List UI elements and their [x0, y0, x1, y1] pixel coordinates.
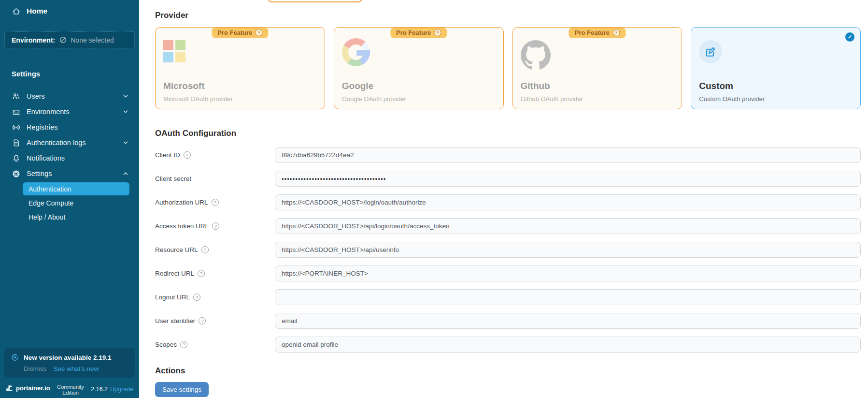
- brand-label: portainer.io: [16, 384, 50, 392]
- provider-description: Microsoft OAuth provider: [163, 95, 233, 103]
- sidebar-item-home[interactable]: Home: [0, 0, 139, 15]
- client-secret-input[interactable]: [275, 171, 861, 187]
- client-id-input[interactable]: [275, 147, 861, 163]
- environment-selector[interactable]: Environment: None selected: [4, 31, 135, 48]
- help-icon[interactable]: ?: [201, 246, 209, 253]
- environments-icon: [12, 107, 20, 116]
- sidebar-item-label: Notifications: [27, 154, 128, 162]
- provider-card-github[interactable]: Pro Feature ? Github Github OAuth provid…: [512, 27, 683, 109]
- provider-card-google[interactable]: Pro Feature ? Google Google OAuth provid…: [334, 27, 504, 109]
- provider-heading: Provider: [155, 11, 861, 20]
- field-label: Authorization URL: [155, 199, 208, 206]
- chevron-down-icon: [123, 109, 128, 115]
- field-label: Logout URL: [155, 294, 190, 301]
- access-token-url-input[interactable]: [275, 218, 861, 234]
- help-icon[interactable]: ?: [193, 294, 200, 301]
- provider-cards: Pro Feature ? Microsoft Microsoft OAuth …: [155, 27, 861, 109]
- help-icon[interactable]: ?: [212, 199, 219, 206]
- sidebar-subitem-label: Authentication: [28, 185, 71, 193]
- document-icon: [12, 138, 20, 147]
- portainer-logo-icon: [5, 383, 14, 392]
- update-banner: New version available 2.19.1 Dismiss See…: [4, 348, 135, 378]
- scopes-input[interactable]: [275, 337, 861, 353]
- help-icon[interactable]: ?: [198, 270, 205, 277]
- form-row-authorization-url: Authorization URL ?: [155, 194, 861, 210]
- form-row-client-secret: Client secret: [155, 171, 861, 187]
- sidebar-subitem-label: Edge Compute: [28, 199, 73, 207]
- sidebar-item-authentication-logs[interactable]: Authentication logs: [0, 135, 139, 150]
- field-label: User identifier: [155, 317, 195, 324]
- update-banner-title: New version available 2.19.1: [24, 354, 112, 361]
- provider-card-custom[interactable]: ✓ Custom Custom OAuth provider: [691, 27, 861, 109]
- user-identifier-input[interactable]: [275, 313, 861, 329]
- chevron-down-icon: [123, 140, 128, 146]
- form-row-user-identifier: User identifier ?: [155, 313, 861, 329]
- sidebar-item-label: Authentication logs: [27, 139, 116, 147]
- sidebar-item-label: Environments: [27, 108, 116, 116]
- sidebar-item-settings[interactable]: Settings: [0, 166, 139, 181]
- environment-label: Environment:: [12, 36, 55, 44]
- help-icon[interactable]: ?: [256, 29, 263, 36]
- sidebar-item-authentication[interactable]: Authentication: [23, 182, 129, 195]
- field-label: Resource URL: [155, 246, 198, 253]
- sidebar-item-help-about[interactable]: Help / About: [23, 210, 129, 223]
- github-logo-icon: [521, 40, 674, 72]
- field-label: Scopes: [155, 341, 177, 348]
- field-label: Access token URL: [155, 222, 209, 230]
- redirect-url-input[interactable]: [275, 265, 861, 281]
- resource-url-input[interactable]: [275, 242, 861, 258]
- gear-icon: [12, 169, 20, 178]
- chevron-up-icon: [123, 171, 128, 177]
- environment-value: None selected: [71, 36, 114, 44]
- help-icon[interactable]: ?: [434, 29, 441, 36]
- brand[interactable]: portainer.io: [5, 383, 50, 392]
- dismiss-link[interactable]: Dismiss: [24, 365, 46, 372]
- authorization-url-input[interactable]: [275, 194, 861, 210]
- see-whats-new-link[interactable]: See what's new: [53, 365, 99, 372]
- actions-heading: Actions: [155, 366, 861, 376]
- google-logo-icon: [342, 38, 370, 66]
- provider-name: Custom: [699, 81, 733, 91]
- custom-provider-icon: [699, 40, 722, 63]
- help-icon[interactable]: ?: [184, 151, 191, 159]
- logout-url-input[interactable]: [275, 289, 861, 305]
- oauth-form: Client ID ? Client secret Authorization …: [155, 147, 861, 353]
- sidebar-item-users[interactable]: Users: [0, 88, 139, 104]
- form-row-resource-url: Resource URL ?: [155, 242, 861, 258]
- settings-submenu: Authentication Edge Compute Help / About: [23, 182, 129, 223]
- sidebar-item-registries[interactable]: Registries: [0, 119, 139, 135]
- provider-description: Custom OAuth provider: [699, 95, 765, 103]
- sidebar-item-label: Registries: [27, 123, 128, 131]
- ban-icon: [58, 36, 67, 44]
- sidebar-footer: portainer.io Community Edition 2.16.2 Up…: [0, 383, 139, 398]
- form-row-client-id: Client ID ?: [155, 147, 861, 163]
- save-settings-button[interactable]: Save settings: [155, 382, 209, 397]
- registries-icon: [12, 123, 20, 132]
- sidebar-item-environments[interactable]: Environments: [0, 104, 139, 119]
- help-icon[interactable]: ?: [199, 317, 206, 324]
- users-icon: [12, 92, 20, 101]
- sidebar-section-title: Settings: [12, 70, 139, 78]
- selected-check-icon: ✓: [845, 32, 854, 42]
- upgrade-link[interactable]: Upgrade: [110, 386, 133, 393]
- provider-card-microsoft[interactable]: Pro Feature ? Microsoft Microsoft OAuth …: [155, 27, 325, 109]
- sidebar-home-label: Home: [27, 7, 47, 15]
- sidebar-item-label: Users: [27, 92, 116, 100]
- pro-feature-badge: Pro Feature ?: [212, 28, 268, 38]
- field-label: Client secret: [155, 175, 191, 182]
- sidebar-item-notifications[interactable]: Notifications: [0, 150, 139, 166]
- bell-icon: [12, 154, 20, 162]
- microsoft-logo-icon: [163, 40, 185, 62]
- version-label: 2.16.2: [91, 386, 108, 393]
- pro-feature-badge: Pro Feature ?: [390, 28, 447, 38]
- chevron-down-icon: [123, 93, 128, 99]
- help-icon[interactable]: ?: [212, 222, 219, 230]
- form-row-redirect-url: Redirect URL ?: [155, 265, 861, 281]
- provider-name: Github: [521, 81, 550, 91]
- home-icon: [12, 7, 20, 15]
- sidebar-item-edge-compute[interactable]: Edge Compute: [23, 196, 129, 209]
- provider-description: Google OAuth provider: [342, 95, 406, 103]
- help-icon[interactable]: ?: [180, 341, 187, 348]
- field-label: Client ID: [155, 151, 180, 159]
- help-icon[interactable]: ?: [612, 29, 620, 36]
